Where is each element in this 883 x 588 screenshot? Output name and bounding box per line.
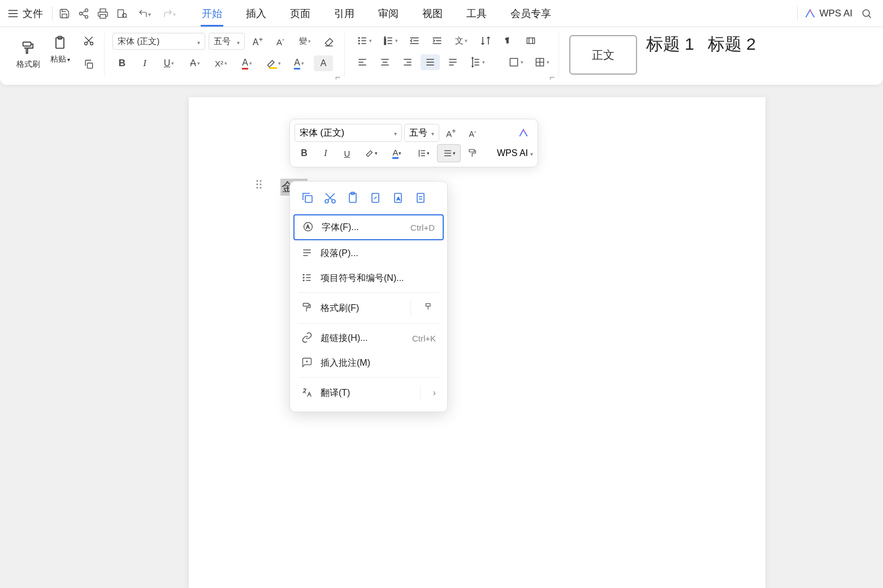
redo-button[interactable] xyxy=(157,5,181,23)
decrease-indent-button[interactable] xyxy=(405,33,424,49)
borders-button[interactable]: ▾ xyxy=(530,54,553,70)
sort-button[interactable] xyxy=(476,33,495,49)
shading-button[interactable]: ▾ xyxy=(504,54,527,70)
svg-point-5 xyxy=(85,15,88,18)
svg-point-68 xyxy=(257,180,258,182)
cut-button[interactable] xyxy=(79,33,98,49)
tab-review[interactable]: 审阅 xyxy=(377,1,400,26)
ctx-copy-icon[interactable] xyxy=(299,189,316,206)
svg-rect-82 xyxy=(305,196,312,202)
wps-ai-label: WPS AI xyxy=(819,8,852,19)
paste-button[interactable]: 粘贴▾ xyxy=(44,33,76,64)
mini-underline[interactable]: U xyxy=(337,144,357,162)
char-shading-button[interactable]: A xyxy=(314,55,333,71)
font-name-select[interactable]: 宋体 (正文) xyxy=(112,33,205,50)
mini-align[interactable]: ▾ xyxy=(437,144,461,162)
grow-font-button[interactable]: A+ xyxy=(248,33,267,49)
strikethrough-button[interactable]: A▾ xyxy=(184,55,206,71)
svg-point-104 xyxy=(303,280,304,281)
svg-point-12 xyxy=(863,10,869,16)
ctx-comment[interactable]: 插入批注(M) xyxy=(293,351,444,375)
mini-highlight[interactable]: ▾ xyxy=(359,144,383,162)
print-preview-button[interactable] xyxy=(113,5,131,23)
copy-button[interactable] xyxy=(79,57,98,72)
ctx-paste-format-icon[interactable] xyxy=(367,189,384,206)
ctx-comment-label: 插入批注(M) xyxy=(321,357,370,369)
align-right-button[interactable] xyxy=(398,54,417,70)
char-scale-button[interactable] xyxy=(521,33,540,49)
ctx-paste-icon[interactable] xyxy=(344,189,361,206)
undo-button[interactable] xyxy=(132,5,156,23)
mini-size-select[interactable]: 五号 xyxy=(404,124,439,142)
numbering-button[interactable]: 123▾ xyxy=(379,33,401,49)
bullets-button[interactable]: ▾ xyxy=(353,33,375,49)
show-marks-button[interactable]: ¶ xyxy=(499,33,518,49)
tab-tools[interactable]: 工具 xyxy=(465,1,488,26)
ctx-hyperlink-label: 超链接(H)... xyxy=(321,332,368,344)
mini-font-select[interactable]: 宋体 (正文) xyxy=(295,124,402,142)
phonetic-guide-button[interactable]: 變▾ xyxy=(293,33,316,49)
tab-home[interactable]: 开始 xyxy=(201,1,223,26)
ctx-bullets[interactable]: 项目符号和编号(N)... xyxy=(293,266,444,290)
line-spacing-button[interactable]: ▾ xyxy=(466,54,488,70)
ctx-paste-text-icon[interactable]: A xyxy=(389,189,406,206)
increase-indent-button[interactable] xyxy=(427,33,447,49)
mini-wps-ai[interactable]: WPS AI xyxy=(497,148,533,158)
format-painter-button[interactable]: 格式刷 xyxy=(12,33,44,77)
mini-ai-icon[interactable] xyxy=(514,124,533,142)
ctx-format-painter[interactable]: 格式刷(F) xyxy=(293,295,444,321)
ctx-paragraph[interactable]: 段落(P)... xyxy=(293,241,444,265)
italic-button[interactable]: I xyxy=(135,55,154,71)
mini-toolbar: 宋体 (正文) 五号 A+ A- B I U ▾ A▾ ▾ ▾ WPS AI xyxy=(289,119,538,167)
align-justify-button[interactable] xyxy=(421,54,440,70)
document-page[interactable]: 金山 xyxy=(189,97,765,588)
highlight-button[interactable]: ▾ xyxy=(262,55,284,71)
share-button[interactable] xyxy=(75,5,93,23)
search-button[interactable] xyxy=(858,5,876,23)
para-dialog-launcher[interactable]: ⌐ xyxy=(549,72,556,79)
ctx-paste-special-icon[interactable] xyxy=(412,189,429,206)
tab-page[interactable]: 页面 xyxy=(289,1,311,26)
mini-italic[interactable]: I xyxy=(316,144,335,162)
mini-bold[interactable]: B xyxy=(295,144,314,162)
style-heading1[interactable]: 标题 1 xyxy=(646,33,694,56)
underline-button[interactable]: U▾ xyxy=(158,55,180,71)
wps-ai-button[interactable]: WPS AI xyxy=(804,8,852,19)
font-color-button[interactable]: A▾ xyxy=(236,55,258,71)
tab-insert[interactable]: 插入 xyxy=(245,1,267,26)
print-button[interactable] xyxy=(94,5,112,23)
svg-point-69 xyxy=(260,180,262,182)
save-button[interactable] xyxy=(55,5,73,23)
style-normal[interactable]: 正文 xyxy=(569,35,637,75)
format-painter-apply-icon[interactable] xyxy=(423,302,436,314)
context-menu: A A 字体(F)... Ctrl+D 段落(P)... 项目符号和编号(N).… xyxy=(289,181,448,412)
tab-view[interactable]: 视图 xyxy=(421,1,444,26)
font-size-select[interactable]: 五号 xyxy=(209,33,245,50)
ctx-cut-icon[interactable] xyxy=(322,189,339,206)
superscript-button[interactable]: X²▾ xyxy=(210,55,232,71)
bold-button[interactable]: B xyxy=(112,55,132,71)
mini-shrink-font[interactable]: A- xyxy=(463,124,482,142)
style-heading2[interactable]: 标题 2 xyxy=(708,33,756,56)
text-direction-button[interactable]: 文▾ xyxy=(450,33,473,49)
mini-format-painter[interactable] xyxy=(463,144,482,162)
ctx-translate[interactable]: 翻译(T) › xyxy=(293,380,444,406)
mini-line-spacing[interactable]: ▾ xyxy=(411,144,435,162)
mini-font-color[interactable]: A▾ xyxy=(385,144,409,162)
drag-handle-icon[interactable] xyxy=(256,179,262,192)
text-color-button[interactable]: A▾ xyxy=(288,55,310,71)
menu-icon[interactable] xyxy=(7,7,19,20)
ctx-hyperlink[interactable]: 超链接(H)... Ctrl+K xyxy=(293,326,444,350)
align-center-button[interactable] xyxy=(375,54,395,70)
tab-member[interactable]: 会员专享 xyxy=(509,1,552,26)
svg-rect-14 xyxy=(23,42,31,46)
ctx-font[interactable]: A 字体(F)... Ctrl+D xyxy=(293,214,444,240)
font-dialog-launcher[interactable]: ⌐ xyxy=(335,72,342,79)
align-distribute-button[interactable] xyxy=(443,54,462,70)
mini-grow-font[interactable]: A+ xyxy=(442,124,461,142)
align-left-button[interactable] xyxy=(353,54,372,70)
tab-reference[interactable]: 引用 xyxy=(333,1,356,26)
shrink-font-button[interactable]: A- xyxy=(271,33,290,49)
file-menu[interactable]: 文件 xyxy=(23,7,43,20)
clear-format-button[interactable] xyxy=(319,33,339,49)
